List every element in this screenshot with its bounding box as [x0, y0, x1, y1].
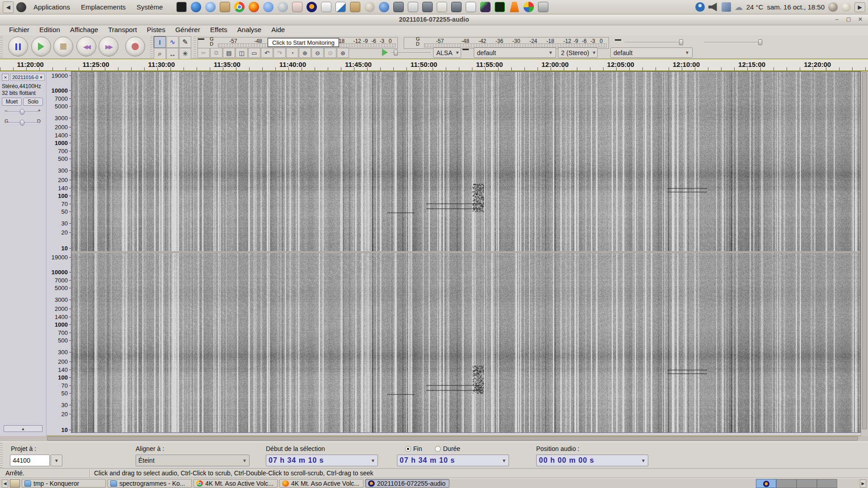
copy-button[interactable]: ⧉	[210, 48, 222, 58]
taskbar-window-4k-mt-aso-active-volc-[interactable]: 4K Mt. Aso Active Volc...	[279, 479, 363, 488]
undo-button[interactable]: ↶	[261, 48, 273, 58]
pause-button[interactable]	[8, 37, 28, 56]
switcher-launcher-icon[interactable]	[466, 2, 476, 12]
project-rate-field[interactable]: 44100	[10, 455, 50, 466]
selection-duration-radio[interactable]: Durée	[435, 445, 460, 452]
vertical-scrollbar[interactable]	[861, 71, 868, 436]
video-recorder-launcher-icon[interactable]	[451, 2, 462, 12]
tools-launcher-icon[interactable]	[538, 2, 548, 12]
track-collapse-button[interactable]: ▲	[4, 425, 42, 432]
eagle-app-launcher-icon[interactable]	[480, 2, 491, 12]
gain-slider[interactable]: – +	[5, 108, 41, 116]
audacity-launcher-icon[interactable]	[307, 2, 317, 12]
fit-project-button[interactable]: ⊛	[337, 48, 349, 58]
menu-aide[interactable]: Aide	[267, 25, 289, 35]
system-monitor-launcher-icon[interactable]	[495, 2, 505, 12]
panel-clock[interactable]: sam. 16 oct., 18:50	[767, 3, 825, 11]
menu-transport[interactable]: Transport	[104, 25, 142, 35]
firefox-launcher-icon[interactable]	[249, 2, 259, 12]
speed-slider-thumb[interactable]	[394, 50, 398, 56]
menu-fichier[interactable]: Fichier	[5, 25, 34, 35]
play-at-speed-icon[interactable]	[382, 49, 388, 56]
redo-button[interactable]: ↷	[274, 48, 286, 58]
selection-end-field[interactable]: 07 h 34 m 10 s▼	[397, 455, 509, 466]
track-close-button[interactable]: ×	[2, 74, 9, 81]
chrome-launcher-icon[interactable]	[234, 2, 245, 12]
fit-selection-button[interactable]: ⊙	[324, 48, 336, 58]
close-button[interactable]: ✕	[856, 16, 864, 23]
panel-menu-emplacements[interactable]: Emplacements	[76, 1, 130, 13]
volume-icon[interactable]	[708, 2, 718, 12]
zoom-in-button[interactable]: ⊕	[299, 48, 311, 58]
stylus-icon[interactable]	[722, 2, 731, 12]
selection-start-field[interactable]: 07 h 34 m 10 s▼	[266, 455, 378, 466]
show-desktop-button[interactable]	[10, 479, 20, 488]
toolbar-grip[interactable]	[0, 443, 3, 468]
workspace-3[interactable]	[797, 479, 817, 488]
menu-pistes[interactable]: Pistes	[142, 25, 170, 35]
trim-audio-button[interactable]: ◫	[236, 48, 248, 58]
calculator-launcher-icon[interactable]	[408, 2, 418, 12]
selection-end-radio[interactable]: Fin	[405, 445, 422, 452]
horizontal-scrollbar[interactable]	[0, 436, 868, 441]
pan-slider-thumb[interactable]	[20, 120, 24, 126]
thunderbird-launcher-icon[interactable]	[191, 2, 201, 12]
paste-button[interactable]: ▤	[223, 48, 235, 58]
snap-to-dropdown[interactable]: Éteint▼	[136, 455, 250, 466]
selection-tool-button[interactable]: I	[154, 36, 166, 48]
silence-audio-button[interactable]: ▭	[248, 48, 260, 58]
display-launcher-icon[interactable]	[437, 2, 447, 12]
spectrogram-view[interactable]	[71, 71, 861, 433]
accessibility-icon[interactable]	[695, 2, 705, 12]
audio-position-field[interactable]: 00 h 00 m 00 s▼	[536, 455, 648, 466]
taskbar-window-tmp-konqueror[interactable]: tmp - Konqueror	[22, 479, 106, 488]
menu-affichage[interactable]: Affichage	[66, 25, 103, 35]
multi-tool-button[interactable]: ✳	[179, 48, 191, 60]
timeline-ruler[interactable]: 11:20:0011:25:0011:30:0011:35:0011:40:00…	[0, 59, 868, 71]
toolbar-grip[interactable]	[193, 37, 196, 57]
table-tool-launcher-icon[interactable]	[292, 2, 302, 12]
libreoffice-launcher-icon[interactable]	[335, 2, 346, 12]
video-library-launcher-icon[interactable]	[393, 2, 404, 12]
record-button[interactable]	[125, 37, 145, 56]
timer-record-button[interactable]: ◔	[286, 48, 298, 58]
playback-volume-thumb[interactable]	[758, 39, 762, 45]
recording-volume-thumb[interactable]	[679, 39, 683, 45]
track-name-dropdown[interactable]: 20211016-0 ▼	[10, 74, 45, 81]
skip-to-start-button[interactable]: ◀◀	[76, 37, 96, 56]
color-wheel-launcher-icon[interactable]	[524, 2, 534, 12]
maximize-button[interactable]: ◻	[844, 16, 853, 23]
recording-volume-slider[interactable]	[615, 39, 687, 46]
workspace-2[interactable]	[776, 479, 797, 488]
search-launcher-icon[interactable]	[364, 2, 375, 12]
gain-slider-thumb[interactable]	[20, 109, 24, 115]
toolbar-grip[interactable]	[0, 37, 3, 57]
project-rate-dropdown-button[interactable]: ▼	[51, 455, 62, 466]
video-editor-launcher-icon[interactable]	[422, 2, 433, 12]
terminal-launcher-icon[interactable]	[176, 2, 187, 12]
gnome-foot-icon[interactable]	[16, 2, 26, 12]
panel-menu-applications[interactable]: Applications	[29, 1, 75, 13]
window-titlebar[interactable]: 20211016-072255-audio – ◻ ✕	[0, 14, 868, 25]
media-player-launcher-icon[interactable]	[379, 2, 389, 12]
envelope-tool-button[interactable]: ∿	[166, 36, 179, 48]
monitoring-tooltip[interactable]: Click to Start Monitoring	[268, 38, 339, 47]
menu-edition[interactable]: Edition	[35, 25, 65, 35]
panel-expand-button[interactable]: ▶	[854, 2, 865, 12]
taskbar-back-arrow[interactable]: ◀	[2, 479, 8, 488]
clipboard-launcher-icon[interactable]	[350, 2, 360, 12]
workspace-4[interactable]	[817, 479, 837, 488]
pan-slider[interactable]: G D	[5, 118, 41, 127]
cut-button[interactable]: ✂	[198, 48, 210, 58]
channels-dropdown[interactable]: 2 (Stereo)▼	[558, 47, 598, 58]
play-button[interactable]	[31, 37, 51, 56]
gimp-icon[interactable]	[828, 2, 838, 12]
text-editor-launcher-icon[interactable]	[321, 2, 331, 12]
taskbar-expand-arrow[interactable]: ▶	[860, 479, 866, 488]
mute-button[interactable]: Muet	[2, 98, 22, 106]
skip-to-end-button[interactable]: ▶▶	[99, 37, 118, 56]
playback-device-dropdown[interactable]: default▼	[610, 47, 693, 58]
horizontal-scrollbar-handle[interactable]	[47, 436, 858, 441]
panel-back-button[interactable]: ◀	[3, 1, 14, 13]
file-manager-launcher-icon[interactable]	[220, 2, 230, 12]
